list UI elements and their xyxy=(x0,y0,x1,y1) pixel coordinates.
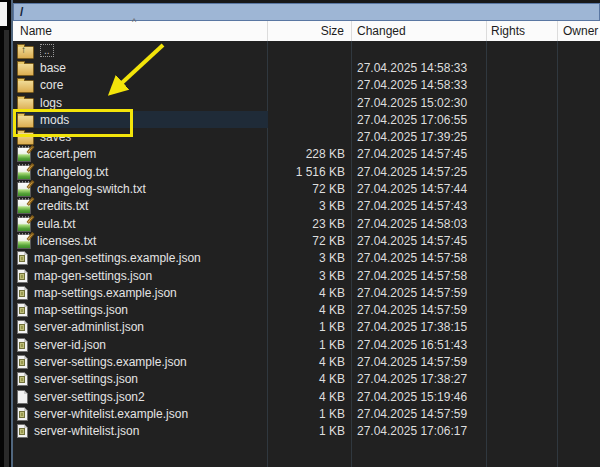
json-file-icon xyxy=(17,424,28,438)
json-file-icon xyxy=(17,407,28,421)
file-row[interactable]: changelog.txt1 516 KB27.04.2025 14:57:25 xyxy=(13,163,600,180)
json-file-icon xyxy=(17,320,28,334)
notepad-file-icon xyxy=(17,217,31,232)
file-name-cell[interactable]: saves xyxy=(13,128,268,145)
file-row[interactable]: map-gen-settings.example.json3 KB27.04.2… xyxy=(13,250,600,267)
file-row[interactable]: server-settings.json24 KB27.04.2025 15:1… xyxy=(13,388,600,405)
file-name-cell[interactable]: licenses.txt xyxy=(13,232,268,249)
file-changed: 27.04.2025 15:19:46 xyxy=(352,388,487,405)
file-rights xyxy=(487,267,558,284)
file-name-cell[interactable]: server-id.json xyxy=(13,336,268,353)
folder-icon xyxy=(17,63,34,76)
file-rights xyxy=(487,232,558,249)
file-name-cell[interactable]: server-whitelist.example.json xyxy=(13,405,268,422)
file-name: server-settings.json2 xyxy=(34,390,145,404)
file-owner xyxy=(558,250,600,267)
file-changed: 27.04.2025 14:58:03 xyxy=(352,215,487,232)
column-header-name[interactable]: Name xyxy=(13,21,268,41)
file-owner xyxy=(558,371,600,388)
file-size xyxy=(268,59,352,76)
notepad-file-icon xyxy=(17,234,31,249)
file-name-cell[interactable]: server-settings.json2 xyxy=(13,388,268,405)
file-rights xyxy=(487,301,558,318)
file-rights xyxy=(487,353,558,370)
file-changed: 27.04.2025 15:02:30 xyxy=(352,94,487,111)
path-bar[interactable]: / xyxy=(13,3,600,21)
file-rights xyxy=(487,59,558,76)
file-name-cell[interactable]: map-settings.example.json xyxy=(13,284,268,301)
file-name-cell[interactable]: logs xyxy=(13,94,268,111)
file-row[interactable]: server-whitelist.example.json1 KB27.04.2… xyxy=(13,405,600,422)
file-owner xyxy=(558,232,600,249)
file-row[interactable]: cacert.pem228 KB27.04.2025 14:57:45 xyxy=(13,146,600,163)
file-owner xyxy=(558,146,600,163)
file-row[interactable]: map-settings.json4 KB27.04.2025 14:57:59 xyxy=(13,301,600,318)
file-name-cell[interactable]: server-settings.json xyxy=(13,371,268,388)
file-row[interactable]: server-settings.json4 KB27.04.2025 17:38… xyxy=(13,371,600,388)
json-file-icon xyxy=(17,338,28,352)
file-size: 4 KB xyxy=(268,284,352,301)
file-name: changelog.txt xyxy=(37,165,108,179)
file-name-cell[interactable]: cacert.pem xyxy=(13,146,268,163)
file-row[interactable]: .. xyxy=(13,42,600,59)
file-name: core xyxy=(40,78,63,92)
file-row[interactable]: changelog-switch.txt72 KB27.04.2025 14:5… xyxy=(13,180,600,197)
file-row[interactable]: licenses.txt72 KB27.04.2025 14:57:45 xyxy=(13,232,600,249)
file-size: 23 KB xyxy=(268,215,352,232)
file-name-cell[interactable]: .. xyxy=(13,42,268,59)
file-row[interactable]: mods27.04.2025 17:06:55 xyxy=(13,111,600,128)
file-changed: 27.04.2025 14:57:58 xyxy=(352,250,487,267)
file-row[interactable]: credits.txt3 KB27.04.2025 14:57:43 xyxy=(13,198,600,215)
file-row[interactable]: server-whitelist.json1 KB27.04.2025 17:0… xyxy=(13,423,600,440)
file-changed: 27.04.2025 14:57:45 xyxy=(352,232,487,249)
file-name-cell[interactable]: server-adminlist.json xyxy=(13,319,268,336)
file-name-cell[interactable]: map-settings.json xyxy=(13,301,268,318)
file-size xyxy=(268,42,352,59)
file-changed: 27.04.2025 14:57:59 xyxy=(352,353,487,370)
file-name-cell[interactable]: map-gen-settings.json xyxy=(13,267,268,284)
file-name-cell[interactable]: server-whitelist.json xyxy=(13,423,268,440)
file-name-cell[interactable]: base xyxy=(13,59,268,76)
file-name-cell[interactable]: changelog.txt xyxy=(13,163,268,180)
file-size: 1 KB xyxy=(268,336,352,353)
json-file-icon xyxy=(17,269,28,283)
json-file-icon xyxy=(17,251,28,265)
sort-ascending-icon[interactable]: ^ xyxy=(132,17,136,27)
file-name: .. xyxy=(40,44,54,57)
file-changed: 27.04.2025 14:57:25 xyxy=(352,163,487,180)
file-name: map-settings.json xyxy=(34,303,128,317)
file-row[interactable]: base27.04.2025 14:58:33 xyxy=(13,59,600,76)
file-name-cell[interactable]: credits.txt xyxy=(13,198,268,215)
file-name-cell[interactable]: server-settings.example.json xyxy=(13,353,268,370)
column-header-size[interactable]: Size xyxy=(268,21,352,41)
json-file-icon xyxy=(17,286,28,300)
file-name-cell[interactable]: core xyxy=(13,77,268,94)
file-size: 1 KB xyxy=(268,405,352,422)
file-rights xyxy=(487,146,558,163)
file-name-cell[interactable]: map-gen-settings.example.json xyxy=(13,250,268,267)
json-file-icon xyxy=(17,355,28,369)
file-row[interactable]: server-settings.example.json4 KB27.04.20… xyxy=(13,353,600,370)
file-row[interactable]: logs27.04.2025 15:02:30 xyxy=(13,94,600,111)
file-changed: 27.04.2025 16:51:43 xyxy=(352,336,487,353)
file-row[interactable]: eula.txt23 KB27.04.2025 14:58:03 xyxy=(13,215,600,232)
file-owner xyxy=(558,284,600,301)
file-row[interactable]: saves27.04.2025 17:39:25 xyxy=(13,128,600,145)
file-name-cell[interactable]: changelog-switch.txt xyxy=(13,180,268,197)
file-owner xyxy=(558,111,600,128)
file-name-cell[interactable]: eula.txt xyxy=(13,215,268,232)
file-rights xyxy=(487,42,558,59)
file-row[interactable]: server-id.json1 KB27.04.2025 16:51:43 xyxy=(13,336,600,353)
file-row[interactable]: map-settings.example.json4 KB27.04.2025 … xyxy=(13,284,600,301)
file-size: 3 KB xyxy=(268,198,352,215)
column-header-rights[interactable]: Rights xyxy=(487,21,558,41)
file-row[interactable]: server-adminlist.json1 KB27.04.2025 17:3… xyxy=(13,319,600,336)
folder-icon xyxy=(17,80,34,93)
file-row[interactable]: map-gen-settings.json3 KB27.04.2025 14:5… xyxy=(13,267,600,284)
column-header-changed[interactable]: Changed xyxy=(352,21,487,41)
file-name: map-gen-settings.json xyxy=(34,269,152,283)
file-row[interactable]: core27.04.2025 14:58:33 xyxy=(13,77,600,94)
file-size: 228 KB xyxy=(268,146,352,163)
file-name-cell[interactable]: mods xyxy=(13,111,268,128)
column-header-owner[interactable]: Owner xyxy=(558,21,600,41)
